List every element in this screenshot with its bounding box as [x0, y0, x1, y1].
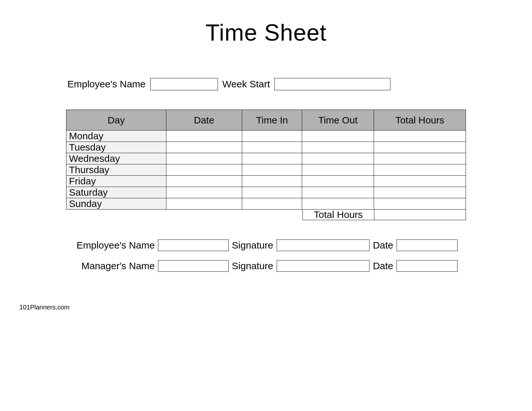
col-time-in: Time In: [242, 110, 302, 131]
week-start-label: Week Start: [222, 79, 270, 90]
date-cell[interactable]: [166, 153, 242, 164]
table-row: Tuesday: [66, 142, 466, 153]
date-cell[interactable]: [166, 176, 242, 187]
time-in-cell[interactable]: [242, 164, 302, 176]
page-title: Time Sheet: [66, 19, 466, 46]
time-out-cell[interactable]: [302, 142, 374, 153]
time-out-cell[interactable]: [302, 187, 374, 198]
total-hours-cell[interactable]: [374, 153, 466, 164]
time-out-cell[interactable]: [302, 164, 374, 176]
table-row: Sunday: [66, 198, 466, 210]
week-start-field[interactable]: [274, 78, 390, 90]
employee-name-label: Employee's Name: [67, 79, 146, 90]
timesheet-table: Day Date Time In Time Out Total Hours Mo…: [66, 110, 466, 210]
employee-name-field-2[interactable]: [158, 240, 229, 251]
total-hours-cell[interactable]: [374, 187, 466, 198]
time-out-cell[interactable]: [302, 131, 374, 142]
date-cell[interactable]: [166, 131, 242, 142]
time-in-cell[interactable]: [242, 153, 302, 164]
manager-name-label: Manager's Name: [74, 260, 155, 271]
manager-signature-field[interactable]: [277, 260, 370, 272]
time-out-cell[interactable]: [302, 176, 374, 187]
total-hours-cell[interactable]: [374, 164, 466, 176]
employee-date-field[interactable]: [397, 240, 458, 251]
day-cell: Saturday: [66, 187, 166, 198]
total-hours-cell[interactable]: [374, 198, 466, 210]
date-cell[interactable]: [166, 187, 242, 198]
date-cell[interactable]: [166, 142, 242, 153]
totals-label: Total Hours: [302, 209, 374, 220]
manager-signature-label: Signature: [232, 260, 273, 271]
employee-signature-field[interactable]: [277, 240, 370, 251]
total-hours-cell[interactable]: [374, 142, 466, 153]
time-out-cell[interactable]: [302, 198, 374, 210]
day-cell: Tuesday: [66, 142, 166, 153]
manager-signoff-row: Manager's Name Signature Date: [74, 260, 458, 272]
time-in-cell[interactable]: [242, 198, 302, 210]
manager-date-label: Date: [373, 260, 393, 271]
time-in-cell[interactable]: [242, 187, 302, 198]
table-row: Monday: [66, 131, 466, 142]
day-cell: Sunday: [66, 198, 166, 210]
col-date: Date: [166, 110, 242, 131]
manager-name-field[interactable]: [158, 260, 229, 272]
totals-value-cell[interactable]: [374, 209, 466, 220]
table-row: Saturday: [66, 187, 466, 198]
col-total-hours: Total Hours: [374, 110, 466, 131]
manager-date-field[interactable]: [397, 260, 458, 272]
date-cell[interactable]: [166, 198, 242, 210]
time-in-cell[interactable]: [242, 142, 302, 153]
employee-name-field[interactable]: [150, 78, 218, 90]
employee-signoff-row: Employee's Name Signature Date: [74, 240, 458, 251]
attribution: 101Planners.com: [19, 304, 70, 311]
date-cell[interactable]: [166, 164, 242, 176]
signoff-block: Employee's Name Signature Date Manager's…: [66, 240, 466, 272]
day-cell: Wednesday: [66, 153, 166, 164]
employee-signature-label: Signature: [232, 240, 273, 251]
col-time-out: Time Out: [302, 110, 374, 131]
total-hours-cell[interactable]: [374, 131, 466, 142]
total-hours-cell[interactable]: [374, 176, 466, 187]
time-in-cell[interactable]: [242, 131, 302, 142]
employee-name-label-2: Employee's Name: [74, 240, 155, 251]
employee-date-label: Date: [373, 240, 393, 251]
day-cell: Monday: [66, 131, 166, 142]
time-in-cell[interactable]: [242, 176, 302, 187]
table-row: Thursday: [66, 164, 466, 176]
day-cell: Friday: [66, 176, 166, 187]
table-row: Friday: [66, 176, 466, 187]
time-out-cell[interactable]: [302, 153, 374, 164]
table-header-row: Day Date Time In Time Out Total Hours: [66, 110, 466, 131]
day-cell: Thursday: [66, 164, 166, 176]
header-fields: Employee's Name Week Start: [67, 78, 466, 90]
col-day: Day: [66, 110, 166, 131]
table-row: Wednesday: [66, 153, 466, 164]
totals-row: Total Hours: [66, 209, 466, 220]
